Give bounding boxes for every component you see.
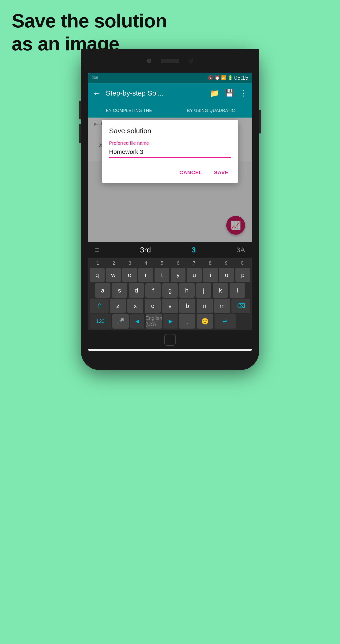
volume-down-button[interactable]: [79, 124, 81, 143]
back-button[interactable]: ←: [93, 88, 101, 98]
dialog-field-label: Preferred file name: [109, 140, 231, 146]
speaker-grill: [161, 59, 179, 63]
shift-key[interactable]: ⇧: [90, 298, 109, 313]
dialog-title: Save solution: [109, 127, 231, 135]
keyboard-suggestion-3[interactable]: 3: [192, 246, 196, 254]
num-key-8[interactable]: 8: [202, 260, 218, 267]
keyboard-suggestion-3a[interactable]: 3A: [236, 246, 245, 254]
keyboard-area: ≡ 3rd 3 3A 1 2 3 4 5 6 7 8 9 0 q w: [88, 242, 252, 330]
key-r[interactable]: r: [138, 268, 153, 282]
save-icon[interactable]: 💾: [225, 89, 234, 98]
key-c[interactable]: c: [145, 298, 161, 313]
app-bar-actions: 📁 💾 ⋮: [210, 89, 247, 98]
save-solution-dialog: Save solution Preferred file name CANCEL…: [102, 120, 238, 183]
sensor-dot: [189, 59, 193, 63]
keyboard-toolbar: ≡ 3rd 3 3A: [88, 242, 252, 258]
key-w[interactable]: w: [106, 268, 121, 282]
keyboard-suggestion-3rd[interactable]: 3rd: [140, 246, 151, 254]
key-u[interactable]: u: [187, 268, 202, 282]
num-key-7[interactable]: 7: [186, 260, 202, 267]
key-d[interactable]: d: [129, 283, 144, 298]
app-bar: ← Step-by-step Sol... 📁 💾 ⋮: [88, 83, 252, 104]
cancel-button[interactable]: CANCEL: [177, 167, 205, 178]
content-area: quadratic formula x = −b ± √ (b² − 4ac) …: [88, 118, 252, 242]
key-z[interactable]: z: [110, 298, 126, 313]
comma-key[interactable]: ,: [179, 314, 195, 328]
num-key-2[interactable]: 2: [106, 260, 122, 267]
status-time: 05:15: [234, 74, 248, 81]
num-key-0[interactable]: 0: [234, 260, 250, 267]
microphone-key[interactable]: 🎤: [112, 314, 129, 328]
key-i[interactable]: i: [203, 268, 218, 282]
keyboard-bottom-row: 123 🎤 ◀ English (US) ▶ , 🙂 ↵: [88, 314, 252, 330]
num-key-9[interactable]: 9: [218, 260, 234, 267]
num-key-3[interactable]: 3: [122, 260, 138, 267]
mute-icon: 🔇: [208, 75, 213, 80]
phone-device: ⌨ 🔇 ⏰ 📶 🔋 05:15 ← Step-by-step Sol... 📁 …: [81, 49, 259, 370]
key-t[interactable]: t: [154, 268, 169, 282]
num-key-4[interactable]: 4: [138, 260, 154, 267]
key-b[interactable]: b: [179, 298, 195, 313]
dialog-actions: CANCEL SAVE: [109, 167, 231, 178]
key-o[interactable]: o: [219, 268, 234, 282]
power-button[interactable]: [259, 110, 261, 134]
key-k[interactable]: k: [213, 283, 228, 298]
status-bar: ⌨ 🔇 ⏰ 📶 🔋 05:15: [88, 72, 252, 83]
left-arrow-key[interactable]: ◀: [130, 314, 144, 328]
delete-key[interactable]: ⌫: [231, 298, 250, 313]
key-m[interactable]: m: [214, 298, 230, 313]
alarm-icon: ⏰: [215, 75, 220, 80]
key-a[interactable]: a: [95, 283, 110, 298]
keyboard-row-2: a s d f g h j k l: [88, 283, 252, 298]
emoji-key[interactable]: 🙂: [197, 314, 213, 328]
signal-icon: 📶: [221, 75, 226, 80]
keyboard-indicator-icon: ⌨: [92, 75, 98, 80]
save-button[interactable]: SAVE: [212, 167, 231, 178]
filename-input[interactable]: [109, 148, 231, 158]
key-h[interactable]: h: [179, 283, 195, 298]
key-s[interactable]: s: [112, 283, 127, 298]
num-key-5[interactable]: 5: [154, 260, 170, 267]
phone-bottom-bezel: [88, 330, 252, 349]
key-p[interactable]: p: [235, 268, 250, 282]
keyboard-row-3: ⇧ z x c v b n m ⌫: [88, 298, 252, 314]
phone-top-bezel: [81, 49, 259, 72]
keyboard-row-1: q w e r t y u i o p: [88, 267, 252, 283]
app-bar-title: Step-by-step Sol...: [106, 89, 205, 97]
tab-completing-square[interactable]: BY COMPLETING THE: [88, 108, 170, 113]
tab-strip: BY COMPLETING THE BY USING QUADRATIC: [88, 104, 252, 118]
tab-quadratic-formula[interactable]: BY USING QUADRATIC: [170, 108, 252, 113]
home-button[interactable]: [164, 334, 176, 346]
key-g[interactable]: g: [162, 283, 178, 298]
status-right-icons: 🔇 ⏰ 📶 🔋 05:15: [208, 74, 248, 81]
enter-key[interactable]: ↵: [215, 314, 236, 328]
key-q[interactable]: q: [90, 268, 105, 282]
page-title: Save the solution as an image: [12, 9, 167, 56]
keyboard-number-row: 1 2 3 4 5 6 7 8 9 0: [88, 258, 252, 267]
phone-screen: ⌨ 🔇 ⏰ 📶 🔋 05:15 ← Step-by-step Sol... 📁 …: [88, 72, 252, 351]
numbers-key[interactable]: 123: [90, 314, 111, 328]
modal-overlay: Save solution Preferred file name CANCEL…: [88, 118, 252, 242]
key-n[interactable]: n: [197, 298, 213, 313]
key-y[interactable]: y: [171, 268, 186, 282]
num-key-1[interactable]: 1: [90, 260, 106, 267]
battery-icon: 🔋: [228, 75, 233, 80]
space-key[interactable]: English (US): [146, 314, 162, 328]
key-l[interactable]: l: [230, 283, 245, 298]
status-left-icons: ⌨: [92, 75, 98, 80]
key-f[interactable]: f: [145, 283, 161, 298]
right-arrow-key[interactable]: ▶: [163, 314, 178, 328]
num-key-6[interactable]: 6: [170, 260, 186, 267]
volume-up-button[interactable]: [79, 101, 81, 120]
keyboard-menu-icon[interactable]: ≡: [95, 246, 99, 254]
key-j[interactable]: j: [196, 283, 212, 298]
more-options-icon[interactable]: ⋮: [240, 89, 247, 98]
key-v[interactable]: v: [162, 298, 178, 313]
key-e[interactable]: e: [122, 268, 137, 282]
folder-icon[interactable]: 📁: [210, 89, 219, 98]
key-x[interactable]: x: [127, 298, 143, 313]
camera-icon: [147, 59, 151, 63]
